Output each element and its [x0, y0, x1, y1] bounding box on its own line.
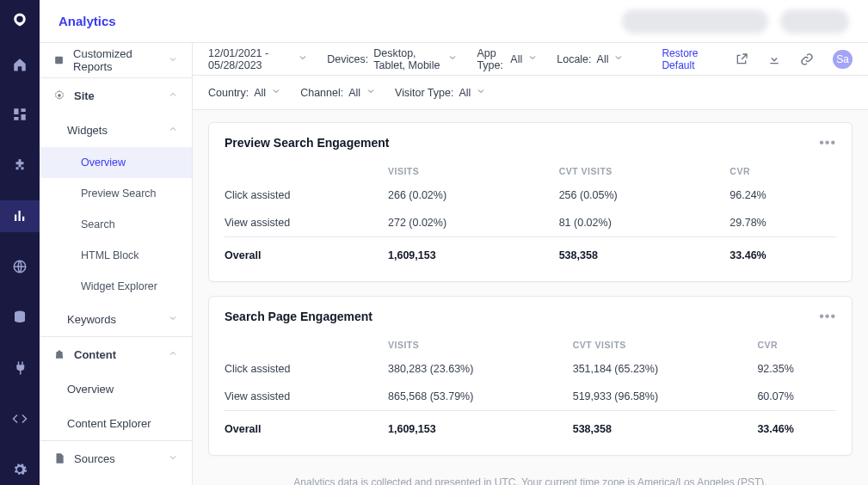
sidebar: Customized Reports Site Widgets Overview…: [40, 43, 193, 485]
table-row: View assisted 865,568 (53.79%) 519,933 (…: [225, 383, 836, 411]
rail-dashboard-icon[interactable]: [0, 99, 40, 131]
chevron-up-icon: [168, 89, 178, 102]
sidebar-content-explorer[interactable]: Content Explorer: [40, 406, 192, 440]
sidebar-sources[interactable]: Sources: [40, 441, 192, 476]
restore-default-button[interactable]: Restore Default: [662, 47, 716, 71]
table-row: Click assisted 266 (0.02%) 256 (0.05%) 9…: [225, 181, 836, 209]
filter-value: All: [459, 87, 471, 99]
row-visits: 865,568 (53.79%): [388, 383, 573, 411]
sidebar-label: Keywords: [67, 313, 116, 326]
rail-analytics-icon[interactable]: [0, 200, 40, 232]
gear-icon: [53, 89, 65, 101]
channel-filter[interactable]: Channel: All: [300, 86, 376, 99]
table-row-overall: Overall 1,609,153 538,358 33.46%: [225, 411, 836, 444]
sidebar-label: Search: [81, 218, 115, 230]
download-icon[interactable]: [767, 52, 781, 66]
sidebar-content[interactable]: Content: [40, 337, 192, 371]
sidebar-label: Overview: [81, 157, 126, 169]
link-icon[interactable]: [800, 52, 814, 66]
sidebar-label: Widgets: [67, 124, 108, 137]
table-header: VISITS: [388, 161, 559, 181]
save-button[interactable]: Sa: [833, 50, 853, 69]
card-title: Preview Search Engagement: [225, 136, 389, 150]
sidebar-widgets[interactable]: Widgets: [40, 113, 192, 147]
country-filter[interactable]: Country: All: [208, 86, 281, 99]
date-range-filter[interactable]: 12/01/2021 - 05/28/2023: [208, 47, 308, 71]
rail-home-icon[interactable]: [0, 48, 40, 80]
sidebar-customized-reports[interactable]: Customized Reports: [40, 43, 192, 77]
rail-code-icon[interactable]: [0, 402, 40, 434]
row-label: Click assisted: [225, 355, 388, 383]
filter-value: All: [510, 53, 522, 65]
table-header: [225, 161, 388, 181]
table-header: VISITS: [388, 335, 573, 355]
rail-database-icon[interactable]: [0, 302, 40, 334]
row-cvt: 538,358: [573, 411, 758, 444]
sidebar-label: Content Explorer: [67, 417, 151, 430]
sidebar-site[interactable]: Site: [40, 78, 192, 113]
sidebar-content-overview[interactable]: Overview: [40, 371, 192, 406]
user-menu-blurred[interactable]: [780, 9, 849, 34]
sidebar-widget-preview-search[interactable]: Preview Search: [40, 178, 192, 209]
row-visits: 266 (0.02%): [388, 181, 559, 209]
row-cvr: 33.46%: [729, 237, 836, 270]
sidebar-widget-html-block[interactable]: HTML Block: [40, 240, 192, 271]
row-cvr: 96.24%: [729, 181, 836, 209]
sidebar-widget-overview[interactable]: Overview: [40, 147, 192, 178]
document-icon: [53, 452, 65, 464]
card-more-icon[interactable]: •••: [819, 309, 836, 324]
sub-filter-bar: Country: All Channel: All Visitor Type: …: [193, 76, 868, 110]
chevron-down-icon: [168, 313, 178, 326]
card-title: Search Page Engagement: [225, 310, 372, 323]
devices-filter[interactable]: Devices: Desktop, Tablet, Mobile: [327, 47, 458, 71]
svg-rect-3: [14, 117, 18, 120]
row-label: Click assisted: [225, 181, 388, 209]
table-row: View assisted 272 (0.02%) 81 (0.02%) 29.…: [225, 209, 836, 237]
sidebar-keywords[interactable]: Keywords: [40, 302, 192, 336]
svg-rect-6: [55, 57, 63, 64]
engagement-table: VISITS CVT VISITS CVR Click assisted 266…: [225, 161, 836, 269]
filter-value: All: [348, 87, 360, 99]
account-selector-blurred[interactable]: [622, 9, 768, 34]
row-cvr: 92.35%: [757, 355, 836, 383]
chevron-down-icon: [271, 86, 281, 99]
table-header: CVR: [757, 335, 836, 355]
chevron-down-icon: [527, 52, 538, 65]
sidebar-label: Overview: [67, 383, 114, 396]
app-type-filter[interactable]: App Type: All: [477, 47, 538, 71]
row-label: View assisted: [225, 383, 388, 411]
card-more-icon[interactable]: •••: [819, 135, 836, 150]
chevron-down-icon: [613, 52, 624, 65]
table-header: CVR: [729, 161, 836, 181]
svg-point-7: [58, 94, 61, 97]
sidebar-widget-explorer[interactable]: Widget Explorer: [40, 271, 192, 302]
filter-label: App Type:: [477, 47, 505, 71]
sidebar-widget-search[interactable]: Search: [40, 209, 192, 240]
table-header: CVT VISITS: [559, 161, 730, 181]
row-cvt: 519,933 (96.58%): [573, 383, 758, 411]
rail-plug-icon[interactable]: [0, 352, 40, 384]
row-visits: 1,609,153: [388, 237, 559, 270]
sidebar-label: Widget Explorer: [81, 280, 157, 292]
row-cvt: 256 (0.05%): [559, 181, 730, 209]
sidebar-label: Content: [74, 348, 116, 361]
share-icon[interactable]: [735, 52, 748, 66]
visitor-type-filter[interactable]: Visitor Type: All: [395, 86, 486, 99]
rail-puzzle-icon[interactable]: [0, 150, 40, 181]
svg-rect-1: [22, 109, 26, 113]
page-title: Analytics: [58, 14, 116, 28]
rail-gear-icon[interactable]: [0, 453, 40, 485]
row-label: Overall: [225, 411, 388, 444]
chevron-down-icon: [168, 452, 178, 465]
rail-globe-icon[interactable]: [0, 251, 40, 283]
logo: [9, 10, 30, 29]
filter-label: Devices:: [327, 53, 368, 65]
row-label: Overall: [225, 237, 388, 270]
row-cvt: 81 (0.02%): [559, 209, 730, 237]
row-cvt: 538,358: [559, 237, 730, 270]
filter-value: Desktop, Tablet, Mobile: [373, 47, 442, 71]
chevron-down-icon: [298, 52, 308, 65]
locale-filter[interactable]: Locale: All: [557, 52, 624, 65]
chevron-down-icon: [168, 54, 178, 67]
row-visits: 1,609,153: [388, 411, 573, 444]
